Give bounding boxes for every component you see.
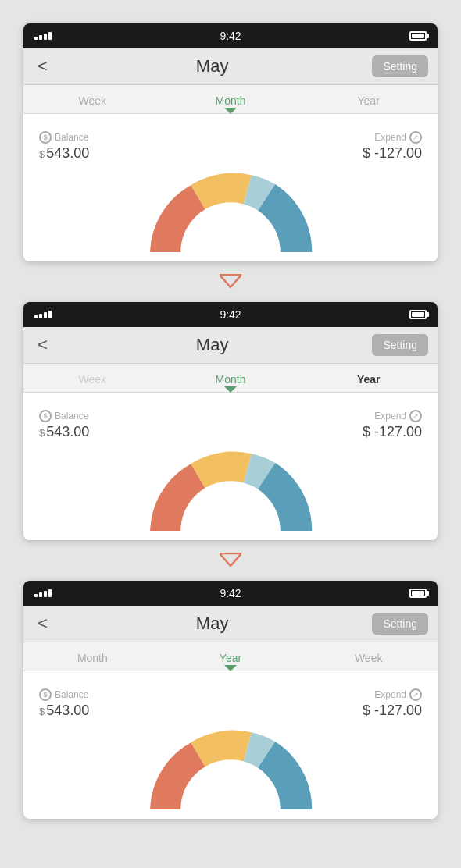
- down-arrow-1: [220, 274, 241, 290]
- chart-container-2: [36, 446, 425, 540]
- arrow-divider-2: [220, 540, 241, 581]
- status-time-2: 9:42: [220, 308, 241, 321]
- down-arrow-2: [220, 553, 241, 568]
- tab-bar-1: Week Month Year: [23, 85, 438, 114]
- chart-container-3: [36, 725, 425, 819]
- battery-icon-1: [409, 31, 427, 41]
- status-bar-1: 9:42: [23, 23, 438, 48]
- phone-screen-3: 9:42 < May Setting Month Year Week: [23, 581, 438, 819]
- expend-label-2: Expend ↗: [374, 410, 422, 422]
- phone-screen-1: 9:42 < May Setting Week Month Year: [23, 23, 438, 261]
- balance-row-1: $ Balance $543.00 Expend ↗ $ -127.00: [36, 125, 425, 168]
- balance-currency-1: $: [39, 148, 45, 160]
- screen-title-3: May: [196, 614, 229, 634]
- balance-label-1: $ Balance: [39, 131, 89, 144]
- tab-bar-2: Week Month Year: [23, 364, 438, 393]
- expend-section-1: Expend ↗ $ -127.00: [363, 131, 422, 162]
- arrow-divider-1: [220, 261, 241, 302]
- screen-title-2: May: [196, 335, 229, 355]
- battery-icon-3: [409, 589, 427, 598]
- expend-amount-2: $ -127.00: [363, 424, 422, 440]
- balance-section-2: $ Balance $543.00: [39, 410, 89, 440]
- balance-row-3: $ Balance $543.00 Expend ↗ $ -127.00: [36, 682, 425, 725]
- content-area-3: $ Balance $543.00 Expend ↗ $ -127.00: [23, 671, 438, 819]
- expend-arrow-icon-1: ↗: [409, 131, 422, 144]
- tab-week-3[interactable]: Week: [299, 649, 438, 671]
- expend-amount-1: $ -127.00: [363, 145, 422, 162]
- balance-amount-1: $543.00: [39, 145, 89, 162]
- signal-bar-3: [44, 34, 47, 40]
- chart-container-1: [36, 168, 425, 261]
- tab-month-1[interactable]: Month: [162, 91, 300, 113]
- back-button-2[interactable]: <: [33, 333, 52, 357]
- expend-currency-1: $: [363, 145, 370, 161]
- svg-marker-0: [220, 275, 241, 287]
- expend-arrow-icon-3: ↗: [409, 688, 422, 701]
- app-header-1: < May Setting: [23, 48, 438, 85]
- app-header-2: < May Setting: [23, 327, 438, 364]
- dollar-icon-1: $: [39, 131, 52, 144]
- signal-bar-2: [39, 35, 42, 40]
- tab-year-3[interactable]: Year: [162, 649, 300, 671]
- status-time-1: 9:42: [220, 30, 241, 42]
- expend-arrow-icon-2: ↗: [409, 410, 422, 422]
- balance-label-2: $ Balance: [39, 410, 89, 422]
- dollar-icon-2: $: [39, 410, 52, 422]
- status-bar-2: 9:42: [23, 302, 438, 327]
- content-area-1: $ Balance $543.00 Expend ↗ $ -127.00: [23, 114, 438, 261]
- donut-chart-1: [145, 168, 316, 261]
- status-bar-3: 9:42: [23, 581, 438, 606]
- tab-month-3[interactable]: Month: [23, 649, 162, 671]
- svg-marker-3: [220, 553, 241, 566]
- expend-label-3: Expend ↗: [374, 688, 422, 701]
- balance-section-1: $ Balance $543.00: [39, 131, 89, 162]
- expend-amount-3: $ -127.00: [363, 703, 422, 719]
- donut-chart-3: [145, 725, 316, 819]
- expend-section-2: Expend ↗ $ -127.00: [363, 410, 422, 440]
- donut-chart-2: [145, 446, 316, 540]
- balance-label-3: $ Balance: [39, 688, 89, 701]
- setting-button-3[interactable]: Setting: [372, 613, 428, 635]
- balance-section-3: $ Balance $543.00: [39, 688, 89, 719]
- tab-month-2[interactable]: Month: [162, 370, 300, 392]
- expend-section-3: Expend ↗ $ -127.00: [363, 688, 422, 719]
- content-area-2: $ Balance $543.00 Expend ↗ $ -127.00: [23, 393, 438, 540]
- status-time-3: 9:42: [220, 587, 241, 599]
- tab-week-1[interactable]: Week: [23, 91, 162, 113]
- app-header-3: < May Setting: [23, 606, 438, 642]
- back-button-1[interactable]: <: [33, 55, 52, 78]
- battery-icon-2: [409, 310, 427, 319]
- balance-row-2: $ Balance $543.00 Expend ↗ $ -127.00: [36, 404, 425, 446]
- dollar-icon-3: $: [39, 688, 52, 701]
- tab-week-2[interactable]: Week: [23, 370, 162, 392]
- signal-bar-4: [48, 32, 52, 40]
- signal-icon-3: [34, 589, 52, 597]
- back-button-3[interactable]: <: [33, 612, 52, 635]
- tab-year-2[interactable]: Year: [299, 370, 438, 392]
- chart-bottom-mask-1: [145, 252, 316, 261]
- phone-screen-2: 9:42 < May Setting Week Month Year: [23, 302, 438, 540]
- app-wrapper: 9:42 < May Setting Week Month Year: [0, 0, 461, 868]
- tab-year-1[interactable]: Year: [299, 91, 438, 113]
- balance-amount-3: $543.00: [39, 703, 89, 719]
- tab-bar-3: Month Year Week: [23, 642, 438, 671]
- signal-icon: [34, 32, 52, 40]
- setting-button-2[interactable]: Setting: [372, 334, 428, 356]
- svg-rect-5: [145, 809, 316, 819]
- balance-amount-2: $543.00: [39, 424, 89, 440]
- svg-rect-2: [145, 531, 316, 540]
- screen-title-1: May: [196, 56, 229, 76]
- expend-label-1: Expend ↗: [374, 131, 422, 144]
- signal-bar-1: [34, 37, 38, 40]
- battery-fill-1: [412, 34, 424, 38]
- setting-button-1[interactable]: Setting: [372, 55, 428, 77]
- signal-icon-2: [34, 311, 52, 318]
